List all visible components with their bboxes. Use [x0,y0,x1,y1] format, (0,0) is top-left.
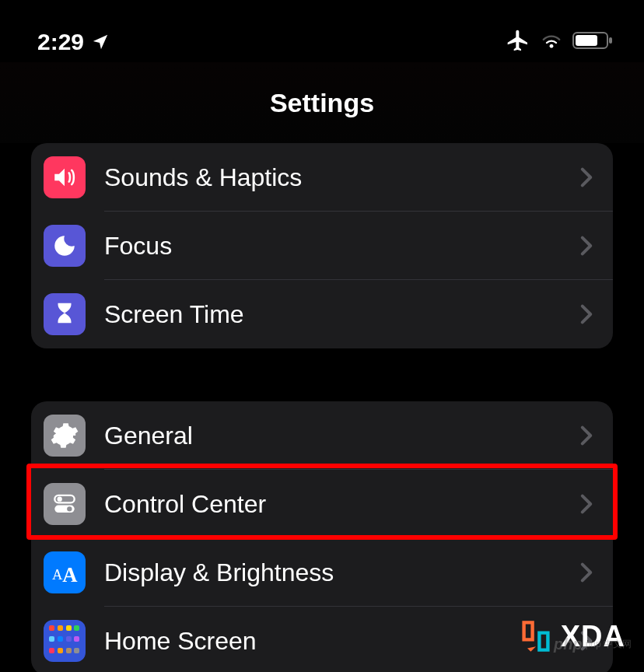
svg-text:A: A [52,566,63,583]
settings-row-display-brightness[interactable]: AA Display & Brightness [31,538,613,607]
display-brightness-icon: AA [44,551,86,593]
status-right [506,28,613,56]
svg-text:A: A [62,563,78,586]
settings-row-focus[interactable]: Focus [31,212,613,280]
battery-icon [572,31,613,53]
chevron-right-icon [580,304,593,324]
control-center-icon [44,483,86,525]
wifi-icon [540,31,563,53]
settings-row-general[interactable]: General [31,401,613,470]
php-text: php 中文网 [586,638,632,651]
watermark-php: php php 中文网 [554,635,632,653]
xda-logo-icon [519,619,553,653]
sounds-icon [44,156,86,198]
row-label: Sounds & Haptics [104,163,580,192]
settings-group-1: Sounds & Haptics Focus Screen Time [31,143,613,348]
chevron-right-icon [580,167,593,187]
chevron-right-icon [580,236,593,256]
status-bar: 2:29 [0,0,644,62]
general-icon [44,415,86,457]
settings-row-sounds-haptics[interactable]: Sounds & Haptics [31,143,613,212]
airplane-mode-icon [506,28,530,56]
page-title: Settings [270,88,374,118]
svg-point-6 [67,506,72,511]
row-label: General [104,422,580,450]
settings-row-screen-time[interactable]: Screen Time [31,280,613,348]
home-screen-icon [44,620,86,662]
svg-rect-1 [576,35,597,46]
status-time: 2:29 [37,29,84,55]
focus-icon [44,225,86,267]
svg-rect-2 [609,37,612,44]
row-label: Screen Time [104,300,580,329]
location-icon [92,33,109,51]
nav-header: Settings [0,62,644,143]
screen-time-icon [44,293,86,335]
settings-row-control-center[interactable]: Control Center [31,470,613,538]
chevron-right-icon [580,494,593,514]
status-left: 2:29 [37,29,109,55]
chevron-right-icon [580,562,593,583]
row-label: Focus [104,232,580,261]
chevron-right-icon [580,425,593,446]
row-label: Control Center [104,490,580,519]
row-label: Home Screen [104,627,580,656]
row-label: Display & Brightness [104,558,580,587]
svg-point-4 [58,497,62,502]
